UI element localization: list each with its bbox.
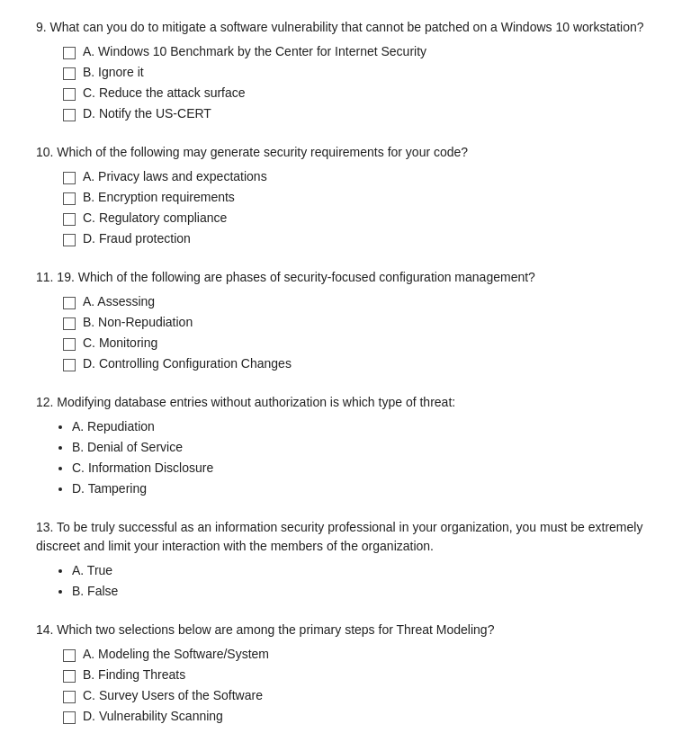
option-label: B. Ignore it (83, 63, 144, 82)
checkbox-icon[interactable] (63, 711, 76, 724)
question-q14: 14. Which two selections below are among… (36, 621, 664, 726)
option-label: C. Monitoring (83, 334, 157, 353)
checkbox-icon[interactable] (63, 47, 76, 59)
option-item: D. Controlling Configuration Changes (63, 354, 664, 373)
question-q12: 12. Modifying database entries without a… (36, 393, 664, 498)
options-list-q10: A. Privacy laws and expectationsB. Encry… (36, 167, 664, 248)
option-item: B. False (72, 582, 664, 601)
option-item: D. Vulnerability Scanning (63, 707, 664, 726)
checkbox-icon[interactable] (63, 234, 76, 246)
option-item: A. Windows 10 Benchmark by the Center fo… (63, 42, 664, 61)
question-q10: 10. Which of the following may generate … (36, 143, 664, 248)
option-label: D. Fraud protection (83, 229, 191, 248)
option-item: A. Repudiation (72, 417, 664, 436)
option-item: A. True (72, 561, 664, 580)
option-item: C. Regulatory compliance (63, 209, 664, 228)
question-text-q14: 14. Which two selections below are among… (36, 621, 664, 639)
option-label: C. Regulatory compliance (83, 209, 227, 228)
option-item: A. Privacy laws and expectations (63, 167, 664, 186)
option-label: B. Non-Repudiation (83, 313, 193, 332)
option-item: B. Encryption requirements (63, 188, 664, 207)
question-q11: 11. 19. Which of the following are phase… (36, 268, 664, 373)
option-item: B. Finding Threats (63, 666, 664, 684)
option-label: D. Notify the US-CERT (83, 104, 211, 123)
quiz-container: 9. What can you do to mitigate a softwar… (36, 18, 664, 733)
option-item: A. Modeling the Software/System (63, 645, 664, 664)
question-q9: 9. What can you do to mitigate a softwar… (36, 18, 664, 123)
checkbox-icon[interactable] (63, 213, 76, 226)
option-item: A. Assessing (63, 292, 664, 311)
options-list-q11: A. AssessingB. Non-RepudiationC. Monitor… (36, 292, 664, 373)
options-list-q14: A. Modeling the Software/SystemB. Findin… (36, 645, 664, 726)
option-item: C. Reduce the attack surface (63, 84, 664, 103)
checkbox-icon[interactable] (63, 192, 76, 205)
option-item: B. Ignore it (63, 63, 664, 82)
option-item: D. Fraud protection (63, 229, 664, 248)
option-item: C. Information Disclosure (72, 459, 664, 478)
option-label: B. Encryption requirements (83, 188, 235, 207)
option-item: C. Survey Users of the Software (63, 686, 664, 705)
option-item: B. Denial of Service (72, 438, 664, 457)
checkbox-icon[interactable] (63, 67, 76, 80)
checkbox-icon[interactable] (63, 359, 76, 371)
checkbox-icon[interactable] (63, 109, 76, 121)
checkbox-icon[interactable] (63, 317, 76, 330)
option-label: A. Windows 10 Benchmark by the Center fo… (83, 42, 426, 61)
checkbox-icon[interactable] (63, 649, 76, 662)
option-item: C. Monitoring (63, 334, 664, 353)
options-list-q13: A. TrueB. False (36, 561, 664, 601)
option-item: D. Tampering (72, 479, 664, 498)
question-text-q9: 9. What can you do to mitigate a softwar… (36, 18, 664, 37)
option-label: A. Assessing (83, 292, 155, 311)
option-label: A. Privacy laws and expectations (83, 167, 267, 186)
option-label: C. Reduce the attack surface (83, 84, 246, 103)
options-list-q12: A. RepudiationB. Denial of ServiceC. Inf… (36, 417, 664, 498)
checkbox-icon[interactable] (63, 670, 76, 683)
question-text-q11: 11. 19. Which of the following are phase… (36, 268, 664, 287)
option-label: B. Finding Threats (83, 666, 185, 684)
options-list-q9: A. Windows 10 Benchmark by the Center fo… (36, 42, 664, 123)
option-label: D. Controlling Configuration Changes (83, 354, 292, 373)
question-text-q13: 13. To be truly successful as an informa… (36, 518, 664, 556)
checkbox-icon[interactable] (63, 297, 76, 309)
option-label: D. Vulnerability Scanning (83, 707, 223, 726)
option-label: A. Modeling the Software/System (83, 645, 269, 664)
checkbox-icon[interactable] (63, 691, 76, 703)
checkbox-icon[interactable] (63, 338, 76, 351)
option-item: D. Notify the US-CERT (63, 104, 664, 123)
checkbox-icon[interactable] (63, 88, 76, 101)
question-text-q10: 10. Which of the following may generate … (36, 143, 664, 162)
option-item: B. Non-Repudiation (63, 313, 664, 332)
checkbox-icon[interactable] (63, 172, 76, 184)
option-label: C. Survey Users of the Software (83, 686, 263, 705)
question-q13: 13. To be truly successful as an informa… (36, 518, 664, 601)
question-text-q12: 12. Modifying database entries without a… (36, 393, 664, 412)
